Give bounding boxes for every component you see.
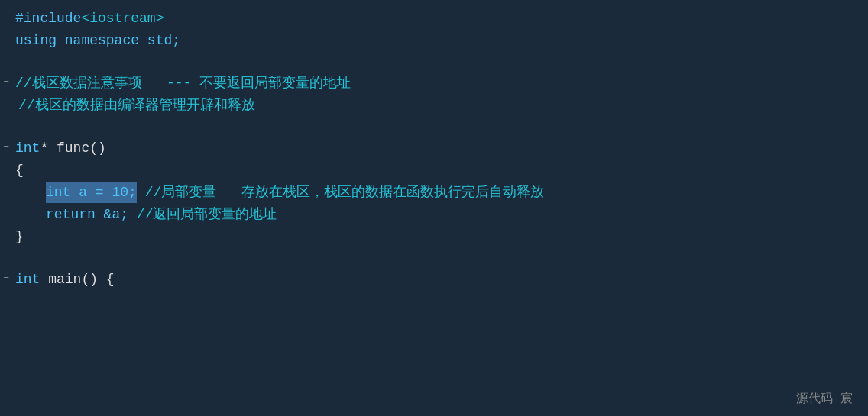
code-line-14 <box>0 291 868 311</box>
close-brace: } <box>15 227 24 247</box>
include-keyword: #include <box>15 8 81 29</box>
watermark-text: 源代码 宸 <box>796 391 853 407</box>
func-parens: () <box>89 138 106 159</box>
comment-line-9: //局部变量 存放在栈区，栈区的数据在函数执行完后自动释放 <box>137 182 544 203</box>
comment-line-10: //返回局部变量的地址 <box>128 205 277 225</box>
func-pointer: * <box>40 138 57 159</box>
code-line-9: int a = 10; //局部变量 存放在栈区，栈区的数据在函数执行完后自动释… <box>0 182 868 204</box>
code-line-6 <box>0 117 868 137</box>
code-line-3 <box>0 52 868 73</box>
fold-icon-1[interactable]: – <box>3 73 9 89</box>
code-line-15 <box>0 311 868 332</box>
return-statement: return &a; <box>46 205 128 225</box>
code-line-10: return &a; //返回局部变量的地址 <box>0 204 868 226</box>
highlighted-code: int a = 10; <box>46 182 137 203</box>
code-line-4: – //栈区数据注意事项 --- 不要返回局部变量的地址 <box>0 73 868 95</box>
comment-line-5: //栈区的数据由编译器管理开辟和释放 <box>15 95 255 116</box>
code-line-2: using namespace std; <box>0 30 868 52</box>
code-editor: #include<iostream> using namespace std; … <box>0 0 868 416</box>
open-brace: { <box>15 160 24 181</box>
code-line-7: – int* func() <box>0 137 868 160</box>
comment-line-4: //栈区数据注意事项 --- 不要返回局部变量的地址 <box>15 73 351 94</box>
using-statement: using namespace std; <box>15 31 180 51</box>
main-return-type: int <box>15 269 40 290</box>
code-line-13: – int main() { <box>0 269 868 291</box>
func-return-type: int <box>15 138 40 159</box>
include-lib: <iostream> <box>81 8 164 29</box>
code-line-11: } <box>0 226 868 248</box>
code-line-12 <box>0 248 868 269</box>
main-signature: main() { <box>40 269 114 290</box>
fold-icon-3[interactable]: – <box>3 269 9 285</box>
code-line-16 <box>0 332 868 353</box>
code-line-8: { <box>0 160 868 182</box>
code-line-1: #include<iostream> <box>0 8 868 30</box>
func-name: func <box>57 138 89 159</box>
code-line-5: //栈区的数据由编译器管理开辟和释放 <box>0 95 868 117</box>
fold-icon-2[interactable]: – <box>3 138 9 154</box>
